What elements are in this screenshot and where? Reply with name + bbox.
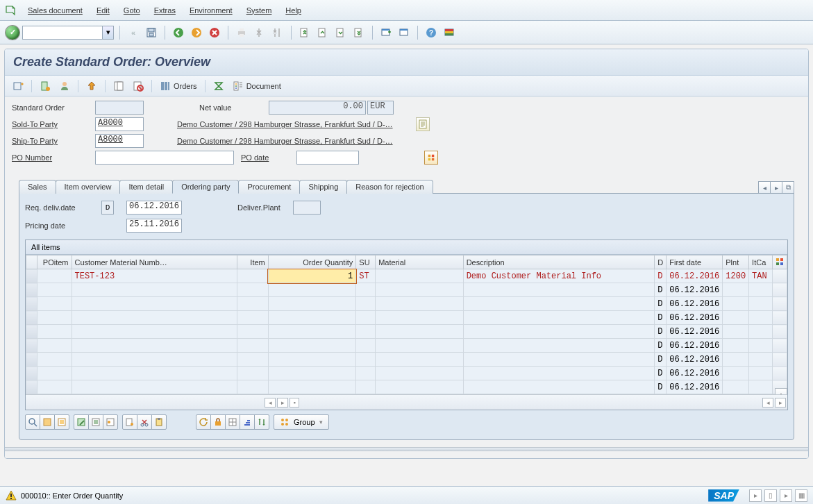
cell-firstdate[interactable]: 06.12.2016 [667,339,723,353]
cell-item[interactable] [237,283,268,297]
cell-plnt[interactable] [723,353,749,367]
row-header[interactable] [26,380,37,394]
cell-firstdate[interactable]: 06.12.2016 [667,297,723,311]
cell-material[interactable] [376,283,464,297]
cell-qty[interactable] [268,325,356,339]
header-output-icon[interactable] [83,78,101,94]
cell-firstdate[interactable]: 06.12.2016 [667,269,723,283]
deselect-all-icon[interactable] [40,414,55,430]
command-field[interactable]: ▾ [22,26,114,40]
cell-poitem[interactable] [37,325,72,339]
cell-su[interactable] [356,297,376,311]
cell-poitem[interactable] [37,283,72,297]
cell-material[interactable] [376,380,464,394]
cell-su[interactable] [356,283,376,297]
table-row[interactable]: D06.12.2016 [26,380,787,394]
menu-environment[interactable]: Environment [183,3,240,18]
cell-plnt[interactable] [723,325,749,339]
cell-su[interactable] [356,353,376,367]
table-row[interactable]: D06.12.2016 [26,283,787,297]
select-all-icon[interactable] [25,414,40,430]
cell-desc[interactable] [463,339,655,353]
tab-scroll-left-icon[interactable]: ◂ [758,181,771,194]
find-next-icon[interactable] [270,25,285,40]
cell-itca[interactable] [749,325,773,339]
cell-d[interactable]: D [655,269,667,283]
cell-cmn[interactable] [72,297,237,311]
cell-item[interactable] [237,380,268,394]
cell-cmn[interactable] [72,311,237,325]
cell-desc[interactable] [463,297,655,311]
grid-config-col[interactable] [772,255,787,269]
sort-icon[interactable] [254,414,269,430]
back-icon[interactable] [171,25,186,40]
generate-shortcut-icon[interactable] [396,25,412,40]
cell-cmn[interactable] [72,353,237,367]
group-button[interactable]: Group ▾ [274,414,329,430]
req-deliv-input[interactable]: 06.12.2016 [126,201,182,215]
cell-su[interactable] [356,367,376,380]
cell-d[interactable]: D [655,283,667,297]
copy-item-icon[interactable] [122,414,137,430]
menu-sales-document[interactable]: Sales document [21,3,90,18]
grid-col-d[interactable]: D [655,255,667,269]
status-sep2-icon[interactable]: ▸ [780,489,792,502]
configure-icon[interactable] [210,414,226,430]
cell-poitem[interactable] [37,380,72,394]
first-page-icon[interactable] [297,25,312,40]
cell-material[interactable] [376,367,464,380]
status-sep1-icon[interactable]: ▸ [749,489,762,502]
cell-itca[interactable] [749,353,773,367]
layout-icon[interactable] [442,25,457,40]
cut-item-icon[interactable] [137,414,152,430]
hscroll-right-icon[interactable]: ▸ [277,398,288,408]
cell-plnt[interactable] [723,311,749,325]
cell-su[interactable] [356,339,376,353]
cell-qty[interactable]: 1 [268,269,356,283]
cell-item[interactable] [237,311,268,325]
cell-itca[interactable] [749,283,773,297]
cell-item[interactable] [237,325,268,339]
cell-qty[interactable] [268,311,356,325]
grid-col-order-quantity[interactable]: Order Quantity [268,255,356,269]
cell-poitem[interactable] [37,353,72,367]
cell-desc[interactable] [463,367,655,380]
tab-sales[interactable]: Sales [19,180,56,194]
cell-itca[interactable] [749,311,773,325]
cell-cmn[interactable] [72,325,237,339]
tab-list-icon[interactable]: ⧉ [782,181,794,194]
grid-hscroll[interactable]: ◂ ▸ ▪ ◂ ▸ [26,394,787,410]
cell-material[interactable] [376,325,464,339]
pricing-date-input[interactable]: 25.11.2016 [126,219,182,233]
cell-desc[interactable] [463,311,655,325]
row-header[interactable] [26,367,37,380]
header-texts-icon[interactable] [110,78,128,94]
sum-icon[interactable] [210,78,228,94]
next-page-icon[interactable] [333,25,349,40]
po-date-input[interactable] [296,151,359,165]
cell-qty[interactable] [268,297,356,311]
table-row[interactable]: D06.12.2016 [26,339,787,353]
cell-item[interactable] [237,367,268,380]
cell-plnt[interactable]: 1200 [723,269,749,283]
cell-su[interactable]: ST [356,269,376,283]
cell-plnt[interactable] [723,367,749,380]
po-number-input[interactable] [95,151,234,165]
status-server-icon[interactable]: ▯ [764,489,777,502]
cell-item[interactable] [237,269,268,283]
cell-cmn[interactable] [72,283,237,297]
cell-cmn[interactable] [72,367,237,380]
cell-firstdate[interactable]: 06.12.2016 [667,325,723,339]
exit-icon[interactable] [189,25,204,40]
cell-d[interactable]: D [655,311,667,325]
cell-firstdate[interactable]: 06.12.2016 [667,380,723,394]
table-row[interactable]: D06.12.2016 [26,325,787,339]
cell-desc[interactable]: Demo Customer Material Info [463,269,655,283]
cell-itca[interactable] [749,380,773,394]
cell-d[interactable]: D [655,297,667,311]
cell-desc[interactable] [463,353,655,367]
menu-edit[interactable]: Edit [90,3,117,18]
cell-d[interactable]: D [655,353,667,367]
cell-firstdate[interactable]: 06.12.2016 [667,283,723,297]
cell-item[interactable] [237,297,268,311]
